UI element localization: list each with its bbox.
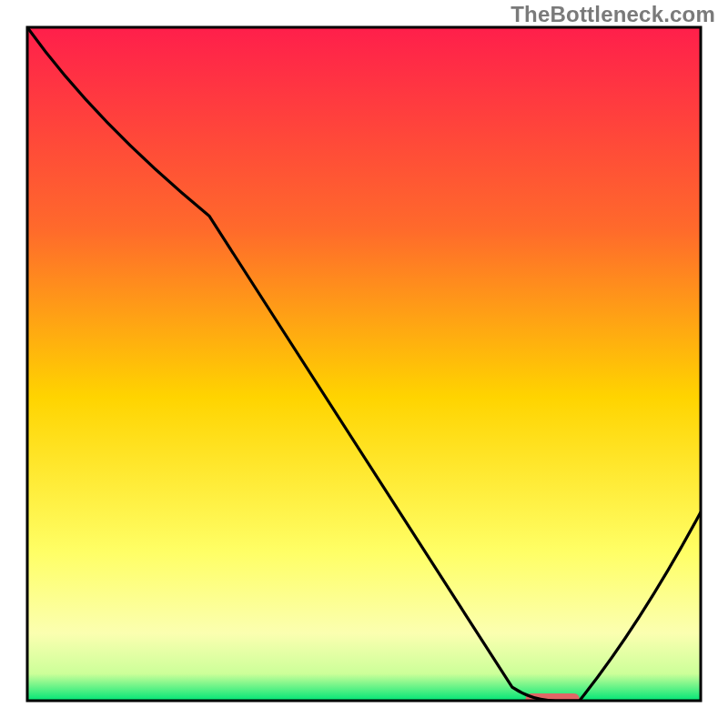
bottleneck-chart bbox=[0, 0, 728, 728]
watermark-text: TheBottleneck.com bbox=[511, 2, 715, 27]
gradient-background bbox=[27, 27, 701, 701]
chart-container: TheBottleneck.com bbox=[0, 0, 728, 728]
